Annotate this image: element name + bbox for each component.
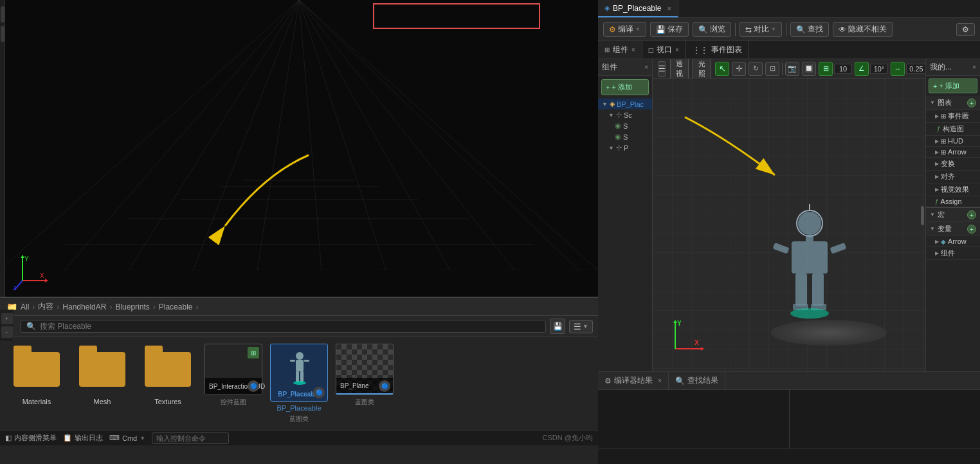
asset-bp-plane[interactable]: BP_Plane 🔵 蓝图类 — [336, 344, 394, 407]
vp-camera-btn[interactable]: 📷 — [785, 62, 799, 76]
compare-btn[interactable]: ⇆ 对比 ▼ — [740, 22, 782, 37]
breadcrumb-all[interactable]: All — [21, 302, 29, 311]
breadcrumb-placeable[interactable]: Placeable — [159, 302, 193, 311]
vp-angle-num[interactable] — [870, 64, 888, 74]
search-btn[interactable]: 🔍 查找 — [790, 22, 829, 37]
asset-bp-placeable[interactable]: BP_Placeable 🔵 BP_Placeable 蓝图类 — [270, 344, 328, 423]
vp-scroll-handle[interactable] — [921, 206, 924, 225]
my-content-close[interactable]: × — [972, 64, 976, 71]
svg-text:Y: Y — [677, 320, 682, 327]
tree-item-bp-plac[interactable]: ▼ ◈ BP_Plac — [598, 98, 652, 109]
comp-add-btn[interactable]: + + 添加 — [601, 79, 649, 95]
components-tab-close[interactable]: × — [631, 46, 635, 53]
search-results-label: 查找结果 — [687, 375, 718, 386]
vp-translate-btn[interactable]: ✛ — [732, 62, 746, 76]
sec-macro-add[interactable]: + — [967, 210, 976, 219]
vp-angle-icon: ∠ — [855, 62, 869, 76]
sidebar-btn-1[interactable] — [1, 6, 5, 23]
breadcrumb-handheld[interactable]: HandheldAR — [62, 302, 106, 311]
output-log-btn[interactable]: 📋 输出日志 — [63, 433, 103, 443]
bp-toolbar: ⚙ 编译 ▼ 💾 保存 🔍 浏览 ⇆ 对比 ▼ 🔍 查找 — [598, 18, 980, 41]
breadcrumb-blueprints[interactable]: Blueprints — [115, 302, 149, 311]
tree-item-s2[interactable]: ◉ S — [598, 131, 652, 142]
sec-tr-arrow: ▶ — [935, 161, 939, 167]
svg-text:Z: Z — [13, 285, 17, 290]
asset-bp-interaction[interactable]: ⊞ BP_InteractionHUD 🔵 控件蓝图 — [204, 344, 262, 407]
tab-viewport[interactable]: □ 视口 × — [642, 41, 686, 59]
bp-tab-close[interactable]: × — [667, 5, 671, 12]
sidebar-btn-2[interactable] — [1, 26, 5, 42]
sec-a2-icon: ◆ — [941, 238, 946, 245]
vp-menu-btn[interactable]: ☰ — [658, 61, 666, 77]
section-arrow-2[interactable]: ▶ ◆ Arrow — [926, 236, 980, 247]
tab-bp-placeable[interactable]: ◈ BP_Placeable × — [598, 0, 678, 17]
asset-textures[interactable]: Textures — [139, 344, 197, 405]
section-event-anon[interactable]: ▶ ⊞ 事件匿 — [926, 110, 980, 123]
compiler-tab[interactable]: ⚙ 编译器结果 × — [598, 372, 669, 389]
vp-grid-num[interactable] — [834, 64, 852, 74]
bp-plane-name: BP_Plane — [340, 382, 368, 389]
section-hud[interactable]: ▶ ⊞ HUD — [926, 136, 980, 147]
content-side-menu-btn[interactable]: ◧ 内容侧滑菜单 — [5, 433, 57, 443]
sec-vars-add[interactable]: + — [967, 225, 976, 234]
bp-plac-icon: ◈ — [610, 100, 615, 108]
compiler-icon: ⚙ — [604, 376, 612, 385]
tree-item-s1[interactable]: ◉ S — [598, 120, 652, 131]
filter-btn[interactable]: ☰ ▼ — [569, 320, 593, 333]
section-align[interactable]: ▶ 对齐 — [926, 171, 980, 183]
compile-btn[interactable]: ⚙ 编译 ▼ — [603, 22, 646, 37]
section-components[interactable]: ▶ 组件 — [926, 247, 980, 260]
rp-bottom-tabs: ⚙ 编译器结果 × 🔍 查找结果 — [598, 372, 980, 390]
section-visual[interactable]: ▶ 视觉效果 — [926, 183, 980, 196]
asset-materials[interactable]: Materials — [8, 344, 66, 405]
section-vars[interactable]: ▼ 变量 + — [926, 222, 980, 236]
viewport-toolbar: ☰ 透视 光照 ↖ ✛ ↻ ⊡ 📷 🔲 ⊞ — [653, 59, 925, 79]
comp-panel-close[interactable]: × — [644, 64, 648, 71]
section-arrow-1[interactable]: ▶ ⊞ Arrow — [926, 147, 980, 158]
vp-scale-btn[interactable]: ⊡ — [765, 62, 779, 76]
search-label-tb: 查找 — [808, 24, 823, 35]
vp-snap-btn[interactable]: 🔲 — [802, 62, 816, 76]
tree-item-p[interactable]: ▼ ⊹ P — [598, 142, 652, 153]
sec-comp-arrow: ▶ — [935, 250, 939, 256]
svg-rect-35 — [806, 235, 813, 241]
tab-event-graph[interactable]: ⋮⋮ 事件图表 — [686, 41, 749, 59]
section-charts[interactable]: ▼ 图表 + — [926, 96, 980, 110]
save-filter-btn[interactable]: 💾 — [550, 319, 565, 334]
tab-components[interactable]: ⊞ 组件 × — [598, 41, 642, 59]
vp-rotate-btn[interactable]: ↻ — [749, 62, 763, 76]
output-log-icon: 📋 — [63, 434, 72, 442]
section-assign[interactable]: ƒ Assign — [926, 196, 980, 207]
tree-item-sc[interactable]: ▼ ⊹ Sc — [598, 109, 652, 120]
asset-mesh[interactable]: Mesh — [73, 344, 131, 405]
vp-scale-num[interactable] — [906, 64, 925, 74]
cb-zoom-in[interactable]: + — [1, 313, 13, 324]
vp-lighting-btn[interactable]: 光照 — [693, 59, 711, 80]
save-btn[interactable]: 💾 保存 — [650, 22, 689, 37]
svg-point-32 — [293, 381, 306, 385]
section-macro[interactable]: ▼ 宏 + — [926, 207, 980, 222]
sec-hud-arrow: ▶ — [935, 138, 939, 144]
hide-btn[interactable]: 👁 隐藏不相关 — [833, 22, 893, 37]
section-charts-add[interactable]: + — [967, 98, 976, 107]
viewport-tab-close[interactable]: × — [675, 46, 679, 53]
section-transform[interactable]: ▶ 变换 — [926, 158, 980, 171]
browse-btn[interactable]: 🔍 浏览 — [693, 22, 731, 37]
vp-select-btn[interactable]: ↖ — [715, 62, 729, 76]
search-input[interactable] — [40, 322, 540, 331]
settings-btn[interactable]: ⚙ — [956, 23, 975, 36]
compile-icon: ⚙ — [609, 25, 616, 34]
breadcrumb-content[interactable]: 内容 — [38, 301, 53, 312]
vp-perspective-btn[interactable]: 透视 — [670, 59, 689, 80]
cmd-btn[interactable]: ⌨ Cmd ▼ — [109, 434, 145, 442]
search-results-tab[interactable]: 🔍 查找结果 — [669, 372, 725, 389]
filter-chevron: ▼ — [583, 323, 588, 329]
compiler-close[interactable]: × — [658, 377, 662, 384]
tree-label-sc: Sc — [624, 111, 632, 119]
cmd-input[interactable] — [152, 432, 229, 444]
my-content-add-btn[interactable]: + + 添加 — [929, 79, 977, 93]
materials-label: Materials — [23, 398, 51, 405]
components-tab-label: 组件 — [613, 44, 628, 55]
section-construct[interactable]: ƒ 构造图 — [926, 123, 980, 136]
cb-zoom-out[interactable]: - — [1, 326, 13, 338]
